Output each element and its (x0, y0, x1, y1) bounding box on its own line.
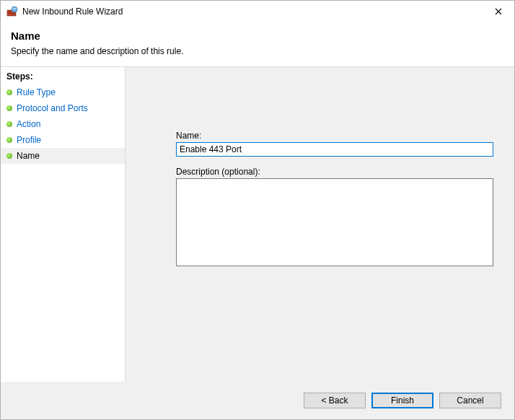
page-title: Name (11, 30, 504, 42)
step-label: Protocol and Ports (17, 103, 88, 113)
bullet-icon (6, 89, 12, 95)
window-title: New Inbound Rule Wizard (22, 6, 123, 17)
titlebar: New Inbound Rule Wizard (1, 1, 514, 22)
step-label: Profile (17, 135, 41, 145)
step-action[interactable]: Action (1, 116, 125, 132)
step-label: Rule Type (17, 87, 56, 97)
steps-heading: Steps: (1, 70, 125, 84)
step-name[interactable]: Name (1, 148, 125, 164)
wizard-window: New Inbound Rule Wizard Name Specify the… (0, 0, 515, 420)
close-button[interactable] (482, 1, 514, 22)
back-button[interactable]: < Back (304, 393, 366, 408)
step-label: Action (17, 119, 40, 129)
button-bar: < Back Finish Cancel (1, 382, 514, 419)
page-subtitle: Specify the name and description of this… (11, 46, 504, 56)
firewall-icon (6, 6, 18, 17)
name-input[interactable] (176, 142, 493, 157)
step-protocol-and-ports[interactable]: Protocol and Ports (1, 100, 125, 116)
bullet-icon (6, 137, 12, 143)
description-label: Description (optional): (176, 167, 498, 177)
step-label: Name (17, 151, 40, 161)
steps-sidebar: Steps: Rule Type Protocol and Ports Acti… (1, 67, 126, 382)
bullet-icon (6, 105, 12, 111)
bullet-icon (6, 153, 12, 159)
step-rule-type[interactable]: Rule Type (1, 84, 125, 100)
name-label: Name: (176, 131, 498, 141)
content-pane: Name: Description (optional): (126, 67, 514, 382)
finish-button[interactable]: Finish (371, 393, 433, 408)
wizard-header: Name Specify the name and description of… (1, 22, 514, 65)
bullet-icon (6, 121, 12, 127)
wizard-body: Steps: Rule Type Protocol and Ports Acti… (1, 67, 514, 382)
step-profile[interactable]: Profile (1, 132, 125, 148)
description-input[interactable] (176, 178, 493, 266)
cancel-button[interactable]: Cancel (439, 393, 501, 408)
